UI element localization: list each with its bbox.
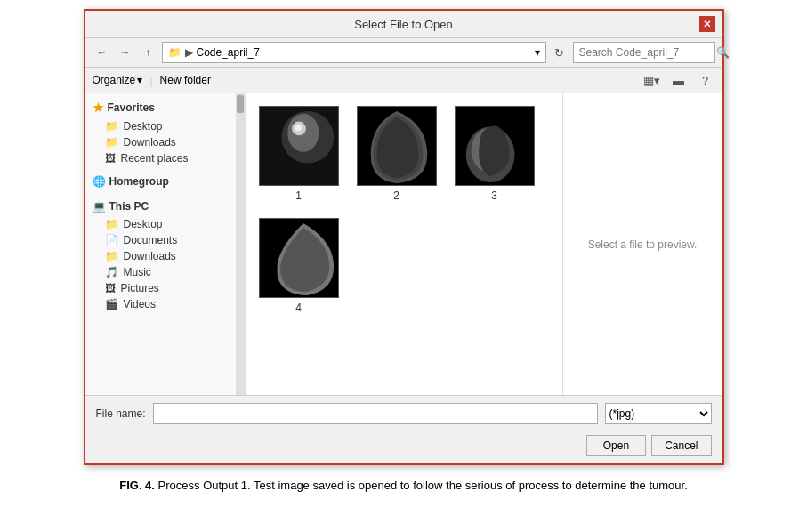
folder-icon: 📁	[105, 218, 118, 230]
up-button[interactable]: ↑	[139, 43, 158, 62]
dialog: Select File to Open ✕ ← → ↑ 📁 ▶ Code_apr…	[84, 9, 724, 465]
close-button[interactable]: ✕	[699, 16, 715, 32]
list-item[interactable]: 4	[254, 214, 343, 318]
preview-text: Select a file to preview.	[588, 238, 698, 251]
cancel-button[interactable]: Cancel	[651, 435, 711, 456]
file-thumbnail-4	[259, 218, 339, 298]
file-label-3: 3	[491, 189, 497, 202]
path-dropdown-arrow[interactable]: ▾	[535, 46, 540, 59]
search-icon: 🔍	[716, 46, 730, 59]
file-type-select[interactable]: (*jpg)	[605, 403, 712, 424]
toolbar: Organize ▾ | New folder ▦▾ ▬ ?	[85, 68, 722, 93]
file-name-input[interactable]	[153, 403, 598, 424]
search-input[interactable]	[579, 46, 713, 59]
folder-icon: 📁	[105, 250, 118, 262]
file-thumbnail-2	[357, 106, 437, 186]
music-icon: 🎵	[105, 266, 118, 278]
sidebar-homegroup-header[interactable]: 🌐 Homegroup	[85, 173, 245, 189]
sidebar-item-music[interactable]: 🎵 Music	[85, 264, 245, 280]
organize-dropdown-icon: ▾	[137, 74, 142, 86]
back-button[interactable]: ←	[93, 43, 112, 62]
address-path: 📁 ▶ Code_april_7 ▾	[162, 42, 546, 63]
sidebar: ★ Favorites 📁 Desktop 📁 Downloads 🖼 Rece…	[85, 93, 246, 395]
sidebar-thispc-header[interactable]: 💻 This PC	[85, 198, 245, 214]
sidebar-item-desktop-favorites[interactable]: 📁 Desktop	[85, 118, 245, 134]
scrollbar[interactable]	[236, 93, 245, 395]
file-label-2: 2	[393, 189, 399, 202]
thispc-icon: 💻	[93, 200, 106, 213]
view-options-button[interactable]: ▦▾	[642, 70, 662, 90]
file-name-label: File name:	[96, 407, 146, 420]
bottom-bar: File name: (*jpg)	[85, 396, 722, 431]
folder-icon: 📁	[105, 120, 118, 133]
action-buttons: Open Cancel	[85, 431, 722, 463]
dialog-title: Select File to Open	[109, 18, 699, 31]
new-folder-button[interactable]: New folder	[160, 74, 211, 86]
sidebar-item-downloads-thispc[interactable]: 📁 Downloads	[85, 248, 245, 264]
file-area: 1 2	[246, 93, 562, 395]
scrollbar-thumb[interactable]	[237, 95, 244, 113]
svg-point-4	[295, 125, 302, 132]
mammogram-image-2	[358, 106, 436, 186]
sidebar-favorites-header[interactable]: ★ Favorites	[85, 99, 245, 117]
preview-area: Select a file to preview.	[562, 93, 722, 395]
favorites-star-icon: ★	[93, 101, 104, 115]
file-label-4: 4	[295, 302, 302, 314]
list-item[interactable]: 2	[352, 102, 441, 206]
figure-caption: FIG. 4. Process Output 1. Test image sav…	[119, 478, 688, 494]
help-button[interactable]: ?	[696, 70, 715, 90]
view-dropdown-icon: ▾	[654, 74, 660, 87]
folder-icon: 📁	[105, 136, 118, 149]
toolbar-separator: |	[149, 74, 152, 87]
main-content: ★ Favorites 📁 Desktop 📁 Downloads 🖼 Rece…	[85, 93, 722, 396]
sidebar-item-pictures[interactable]: 🖼 Pictures	[85, 280, 245, 296]
pictures-icon: 🖼	[105, 282, 116, 294]
list-item[interactable]: 1	[254, 102, 343, 206]
address-bar: ← → ↑ 📁 ▶ Code_april_7 ▾ ↻ 🔍	[85, 38, 722, 68]
recent-places-icon: 🖼	[105, 152, 116, 165]
figure-label: FIG. 4.	[119, 479, 155, 492]
caption-text: Process Output 1. Test image saved is op…	[155, 479, 688, 492]
mammogram-image-3	[456, 106, 534, 186]
mammogram-image-4	[260, 218, 338, 298]
file-grid: 1 2	[254, 102, 553, 318]
preview-pane-button[interactable]: ▬	[669, 70, 689, 90]
title-bar: Select File to Open ✕	[85, 11, 722, 38]
sidebar-item-videos[interactable]: 🎬 Videos	[85, 296, 245, 312]
refresh-button[interactable]: ↻	[550, 43, 569, 62]
sidebar-item-downloads-favorites[interactable]: 📁 Downloads	[85, 134, 245, 150]
list-item[interactable]: 3	[450, 102, 539, 206]
svg-rect-10	[260, 219, 278, 297]
folder-icon: 📁	[168, 46, 182, 59]
organize-button[interactable]: Organize ▾	[93, 74, 143, 86]
search-box: 🔍	[573, 42, 715, 63]
homegroup-icon: 🌐	[93, 175, 106, 188]
forward-button[interactable]: →	[116, 43, 135, 62]
file-thumbnail-3	[455, 106, 535, 186]
file-thumbnail-1	[259, 106, 339, 186]
open-button[interactable]: Open	[586, 435, 646, 456]
sidebar-item-recent-places[interactable]: 🖼 Recent places	[85, 150, 245, 166]
documents-icon: 📄	[105, 234, 118, 246]
sidebar-item-desktop-thispc[interactable]: 📁 Desktop	[85, 216, 245, 232]
page-wrapper: Select File to Open ✕ ← → ↑ 📁 ▶ Code_apr…	[0, 0, 807, 532]
sidebar-item-documents[interactable]: 📄 Documents	[85, 232, 245, 248]
path-text: Code_april_7	[197, 46, 260, 59]
mammogram-image-1	[260, 106, 338, 186]
videos-icon: 🎬	[105, 298, 118, 310]
file-label-1: 1	[295, 189, 302, 202]
